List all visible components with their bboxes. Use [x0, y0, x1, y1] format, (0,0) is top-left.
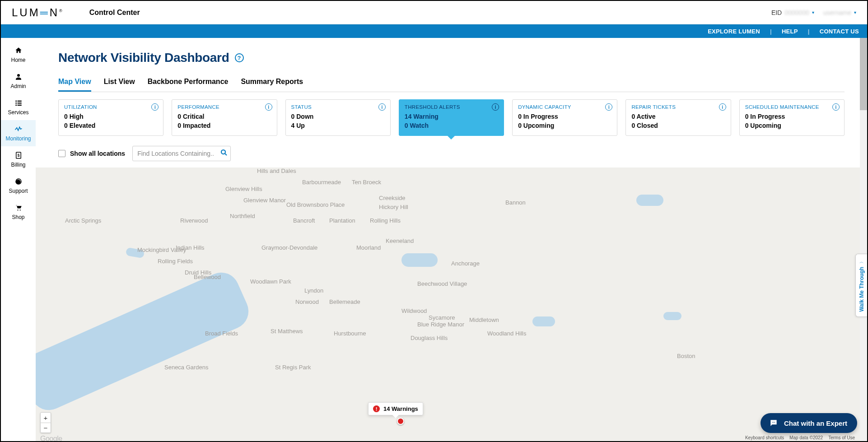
sidebar-item-label: Services: [8, 109, 28, 116]
user-selector[interactable]: username ▾: [823, 9, 856, 16]
page-title: Network Visibility Dashboard: [58, 51, 229, 65]
brand-logo[interactable]: LUM═N®: [12, 6, 62, 19]
map-place-label: Woodlawn Park: [250, 278, 291, 285]
view-tabs: Map View List View Backbone Performance …: [58, 78, 845, 92]
chevron-up-icon: ︿: [859, 259, 864, 265]
info-icon[interactable]: i: [492, 103, 499, 111]
map-place-label: Indian Hills: [176, 244, 205, 251]
svg-rect-3: [15, 102, 17, 103]
card-line: 0 Watch: [405, 121, 498, 130]
map-place-label: Woodland Hills: [487, 330, 526, 337]
explore-link[interactable]: EXPLORE LUMEN: [708, 28, 760, 35]
sidebar-item-label: Shop: [12, 214, 24, 220]
tab-summary-reports[interactable]: Summary Reports: [241, 78, 303, 92]
tab-map-view[interactable]: Map View: [58, 78, 91, 92]
tab-backbone-performance[interactable]: Backbone Performance: [148, 78, 229, 92]
eid-selector[interactable]: EID 0000000 ▾: [771, 9, 814, 16]
terms-link[interactable]: Terms of Use: [828, 435, 855, 440]
tab-list-view[interactable]: List View: [104, 78, 135, 92]
card-utilization[interactable]: i UTILIZATION 0 High 0 Elevated: [58, 99, 163, 136]
card-title: THRESHOLD ALERTS: [405, 104, 498, 110]
map-place-label: Hills and Dales: [257, 167, 296, 174]
map-place-label: Plantation: [329, 217, 355, 224]
location-search-input[interactable]: [132, 146, 231, 161]
tooltip-text: 14 Warnings: [383, 405, 418, 412]
info-icon[interactable]: i: [378, 103, 386, 111]
sidebar-item-monitoring[interactable]: Monitoring: [1, 120, 36, 146]
zoom-in-button[interactable]: +: [41, 413, 51, 423]
sidebar-item-services[interactable]: Services: [1, 94, 36, 120]
info-icon[interactable]: i: [265, 103, 272, 111]
sidebar-item-label: Support: [9, 188, 28, 194]
zoom-out-button[interactable]: −: [41, 423, 51, 433]
map-place-label: Sycamore: [429, 314, 455, 321]
google-logo: Google: [40, 435, 62, 441]
sidebar-item-label: Monitoring: [5, 135, 31, 142]
map-place-label: St Regis Park: [275, 364, 311, 371]
map-place-label: Hurstbourne: [334, 330, 366, 337]
card-repair-tickets[interactable]: i REPAIR TICKETS 0 Active 0 Closed: [625, 99, 731, 136]
keyboard-shortcuts-link[interactable]: Keyboard shortcuts: [745, 435, 784, 440]
map-marker[interactable]: [397, 418, 404, 425]
card-line: 0 Critical: [177, 112, 271, 121]
svg-rect-6: [17, 105, 21, 106]
user-name: username: [823, 9, 851, 16]
map-canvas[interactable]: Arctic SpringsRiverwoodNorthfieldGlenvie…: [36, 167, 867, 441]
chat-button[interactable]: Chat with an Expert: [761, 413, 857, 433]
home-icon: [14, 46, 23, 55]
services-icon: [14, 98, 23, 107]
show-all-locations-checkbox[interactable]: Show all locations: [58, 150, 125, 157]
card-status[interactable]: i STATUS 0 Down 4 Up: [285, 99, 391, 136]
card-dynamic-capacity[interactable]: i DYNAMIC CAPACITY 0 In Progress 0 Upcom…: [512, 99, 617, 136]
card-line: 0 Closed: [631, 121, 725, 130]
vertical-scrollbar[interactable]: [860, 38, 867, 441]
sidebar-item-admin[interactable]: Admin: [1, 68, 36, 94]
svg-rect-2: [17, 101, 21, 102]
card-line: 0 Upcoming: [518, 121, 611, 130]
admin-icon: [14, 72, 23, 81]
sidebar-item-support[interactable]: Support: [1, 172, 36, 199]
search-icon[interactable]: [220, 149, 228, 158]
map-place-label: Blue Ridge Manor: [417, 321, 464, 328]
billing-icon: $: [14, 151, 23, 160]
help-icon[interactable]: ?: [235, 53, 244, 62]
scrollbar-thumb[interactable]: [860, 38, 867, 110]
map-place-label: Bannon: [505, 199, 526, 206]
card-line: 14 Warning: [405, 112, 498, 121]
card-line: 0 In Progress: [518, 112, 611, 121]
map-place-label: Keeneland: [386, 237, 414, 244]
map-place-label: Norwood: [295, 298, 319, 305]
card-scheduled-maintenance[interactable]: i SCHEDULED MAINTENANCE 0 In Progress 0 …: [739, 99, 845, 136]
help-link[interactable]: HELP: [782, 28, 798, 35]
map-data-label: Map data ©2022: [789, 435, 823, 440]
card-threshold-alerts[interactable]: i THRESHOLD ALERTS 14 Warning 0 Watch: [399, 99, 504, 136]
map-place-label: Middletown: [469, 316, 499, 323]
svg-point-13: [221, 150, 225, 154]
map-place-label: Riverwood: [180, 217, 208, 224]
chevron-down-icon: ▾: [854, 10, 856, 15]
metric-cards: i UTILIZATION 0 High 0 Elevated i PERFOR…: [58, 99, 845, 136]
map-place-label: Seneca Gardens: [164, 364, 209, 371]
card-line: 4 Up: [291, 121, 385, 130]
info-icon[interactable]: i: [832, 103, 840, 111]
svg-point-10: [17, 181, 19, 183]
contact-link[interactable]: CONTACT US: [820, 28, 859, 35]
walk-me-through-tab[interactable]: ︿ Walk Me Through: [855, 254, 867, 317]
card-title: REPAIR TICKETS: [631, 104, 725, 110]
monitoring-icon: [14, 125, 23, 134]
map-place-label: Creekside: [379, 195, 406, 201]
map-place-label: Glenview Hills: [225, 186, 262, 192]
checkbox-label: Show all locations: [70, 150, 125, 157]
map-place-label: Broad Fields: [205, 330, 238, 337]
map-place-label: Barbourmeade: [302, 179, 341, 186]
sidebar-item-billing[interactable]: $ Billing: [1, 146, 36, 172]
svg-point-17: [775, 422, 775, 423]
card-line: 0 Elevated: [64, 121, 158, 130]
sidebar-item-home[interactable]: Home: [1, 42, 36, 68]
sidebar-item-shop[interactable]: Shop: [1, 199, 36, 225]
sidebar-item-label: Billing: [11, 162, 25, 168]
map-place-label: Glenview Manor: [243, 197, 286, 204]
card-performance[interactable]: i PERFORMANCE 0 Critical 0 Impacted: [172, 99, 277, 136]
info-icon[interactable]: i: [719, 103, 726, 111]
map-marker-tooltip[interactable]: ! 14 Warnings: [368, 402, 423, 415]
